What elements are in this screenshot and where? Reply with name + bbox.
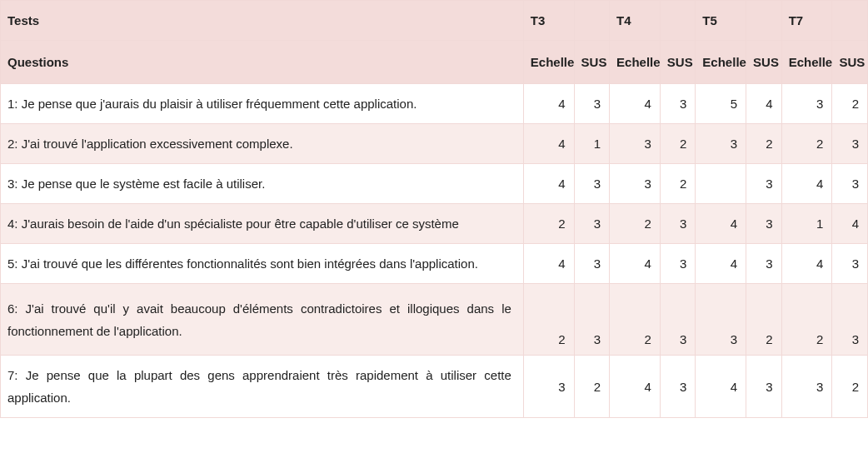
table-row: 3: Je pense que le système est facile à … <box>1 164 868 204</box>
question-cell: 3: Je pense que le système est facile à … <box>1 164 524 204</box>
value-cell: 3 <box>781 84 832 124</box>
value-cell: 4 <box>746 84 782 124</box>
table-row: 5: J'ai trouvé que les différentes fonct… <box>1 244 868 284</box>
questions-label: Questions <box>1 41 524 84</box>
value-cell: 3 <box>610 164 661 204</box>
value-cell: 2 <box>832 356 868 418</box>
header-t3: T3 <box>523 1 574 41</box>
question-cell: 4: J'aurais besoin de l'aide d'un spécia… <box>1 204 524 244</box>
sub-t5-echelle: Echelle <box>696 41 746 84</box>
question-cell: 2: J'ai trouvé l'application excessiveme… <box>1 124 524 164</box>
sub-t3-sus: SUS <box>574 41 610 84</box>
value-cell: 2 <box>781 124 832 164</box>
table-row: 4: J'aurais besoin de l'aide d'un spécia… <box>1 204 868 244</box>
value-cell: 2 <box>832 84 868 124</box>
value-cell: 2 <box>610 204 661 244</box>
value-cell: 4 <box>523 164 574 204</box>
header-row-tests: Tests T3 T4 T5 T7 <box>1 1 868 41</box>
value-cell: 2 <box>746 124 782 164</box>
value-cell: 5 <box>696 84 746 124</box>
sub-t7-echelle: Echelle <box>781 41 832 84</box>
value-cell: 2 <box>746 284 782 356</box>
value-cell: 4 <box>523 244 574 284</box>
sub-t7-sus: SUS <box>832 41 868 84</box>
table-row: 1: Je pense que j'aurais du plaisir à ut… <box>1 84 868 124</box>
value-cell: 2 <box>660 164 696 204</box>
value-cell: 4 <box>523 84 574 124</box>
value-cell: 4 <box>610 84 661 124</box>
value-cell: 3 <box>832 164 868 204</box>
value-cell: 1 <box>574 124 610 164</box>
table-row: 2: J'ai trouvé l'application excessiveme… <box>1 124 868 164</box>
sus-table: Tests T3 T4 T5 T7 Questions Echelle SUS … <box>0 0 868 418</box>
value-cell: 3 <box>746 244 782 284</box>
value-cell: 3 <box>746 204 782 244</box>
value-cell: 3 <box>696 284 746 356</box>
value-cell: 4 <box>610 244 661 284</box>
value-cell: 4 <box>610 356 661 418</box>
value-cell: 3 <box>574 84 610 124</box>
value-cell: 3 <box>746 164 782 204</box>
tests-label: Tests <box>1 1 524 41</box>
sub-t3-echelle: Echelle <box>523 41 574 84</box>
value-cell: 3 <box>781 356 832 418</box>
header-t5: T5 <box>696 1 746 41</box>
header-t7-blank <box>832 1 868 41</box>
value-cell: 3 <box>660 244 696 284</box>
value-cell: 3 <box>660 204 696 244</box>
value-cell: 3 <box>832 244 868 284</box>
header-t3-blank <box>574 1 610 41</box>
table-row: 7: Je pense que la plupart des gens appr… <box>1 356 868 418</box>
value-cell: 3 <box>574 204 610 244</box>
value-cell: 3 <box>610 124 661 164</box>
value-cell: 2 <box>574 356 610 418</box>
question-cell: 1: Je pense que j'aurais du plaisir à ut… <box>1 84 524 124</box>
sub-t5-sus: SUS <box>746 41 782 84</box>
value-cell: 3 <box>660 284 696 356</box>
value-cell: 3 <box>523 356 574 418</box>
value-cell: 3 <box>574 244 610 284</box>
value-cell: 3 <box>832 284 868 356</box>
value-cell: 3 <box>832 124 868 164</box>
value-cell: 2 <box>523 284 574 356</box>
sub-t4-echelle: Echelle <box>610 41 661 84</box>
sub-t4-sus: SUS <box>660 41 696 84</box>
value-cell: 2 <box>781 284 832 356</box>
value-cell: 4 <box>696 356 746 418</box>
value-cell: 4 <box>832 204 868 244</box>
question-cell: 6: J'ai trouvé qu'il y avait beaucoup d'… <box>1 284 524 356</box>
header-t7: T7 <box>781 1 832 41</box>
value-cell: 2 <box>610 284 661 356</box>
value-cell: 2 <box>660 124 696 164</box>
value-cell: 3 <box>696 124 746 164</box>
header-t5-blank <box>746 1 782 41</box>
table-row: 6: J'ai trouvé qu'il y avait beaucoup d'… <box>1 284 868 356</box>
question-cell: 5: J'ai trouvé que les différentes fonct… <box>1 244 524 284</box>
value-cell: 3 <box>660 356 696 418</box>
header-t4-blank <box>660 1 696 41</box>
value-cell: 2 <box>523 204 574 244</box>
value-cell: 4 <box>523 124 574 164</box>
value-cell: 3 <box>574 284 610 356</box>
value-cell: 1 <box>781 204 832 244</box>
value-cell: 4 <box>781 244 832 284</box>
value-cell <box>696 164 746 204</box>
question-cell: 7: Je pense que la plupart des gens appr… <box>1 356 524 418</box>
value-cell: 4 <box>696 244 746 284</box>
header-row-sub: Questions Echelle SUS Echelle SUS Echell… <box>1 41 868 84</box>
value-cell: 3 <box>660 84 696 124</box>
value-cell: 3 <box>574 164 610 204</box>
header-t4: T4 <box>610 1 661 41</box>
value-cell: 3 <box>746 356 782 418</box>
value-cell: 4 <box>696 204 746 244</box>
value-cell: 4 <box>781 164 832 204</box>
